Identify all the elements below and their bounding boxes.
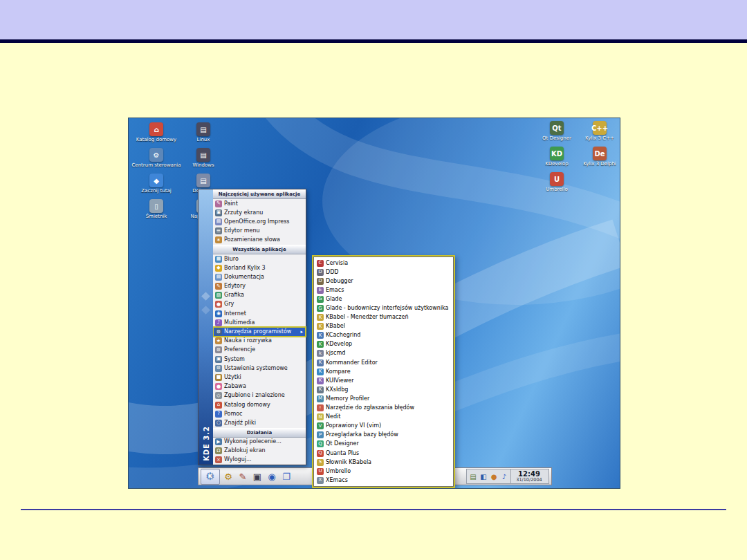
taskbar-launcher-icon[interactable]: ◉ xyxy=(265,469,279,483)
desktop-icon[interactable]: ⚙ Centrum sterowania xyxy=(133,148,180,174)
taskbar-launcher-icon[interactable]: ▣ xyxy=(250,469,264,483)
submenu-item-label: Glade xyxy=(326,297,342,302)
submenu-item[interactable]: K KBabel xyxy=(314,322,453,331)
kmenu-item[interactable]: ∗ Pozamieniane słowa xyxy=(213,236,306,245)
desktop-icons-right: Qt Qt Designer KD KDevelop U Umbrello C+… xyxy=(535,121,620,198)
submenu-item[interactable]: V Poprawiony VI (vim) xyxy=(314,422,453,431)
app-icon: U xyxy=(317,468,324,475)
submenu-item[interactable]: K KDevelop xyxy=(314,340,453,349)
kmenu-item[interactable]: ▦ Biuro xyxy=(213,254,306,263)
app-icon: K xyxy=(317,360,324,366)
submenu-item[interactable]: G Glade xyxy=(314,295,453,304)
submenu-item[interactable]: C Cervisia xyxy=(314,259,453,268)
kmenu-item[interactable]: ◆ Borland Kylix 3 xyxy=(213,263,306,272)
desktop-icon[interactable]: ◆ Zacznij tutaj xyxy=(133,174,180,199)
kmenu-item[interactable]: ▣ System xyxy=(213,355,306,364)
desktop-icon-glyph: ▤ xyxy=(196,122,210,136)
kmenu-item[interactable]: ▶ Wykonaj polecenie... xyxy=(213,438,306,447)
app-icon: ● xyxy=(215,383,222,390)
kmenu-item[interactable]: ⚙ Narzędzia programistów xyxy=(213,327,306,336)
kmenu-item-label: Preferencje xyxy=(224,347,255,353)
taskbar-launcher-icon[interactable]: ❐ xyxy=(279,469,293,483)
kmenu-item-label: Biuro xyxy=(224,256,239,262)
kmenu-item[interactable]: ⚙ Preferencje xyxy=(213,346,306,355)
submenu-item[interactable]: Q Quanta Plus xyxy=(314,449,453,458)
kmenu-item[interactable]: ⌂ Katalog domowy xyxy=(213,400,306,409)
kmenu-section-header: Działania xyxy=(213,428,306,438)
submenu-item[interactable]: K Kompare xyxy=(314,367,453,376)
submenu-item[interactable]: X XEmacs xyxy=(314,476,453,485)
desktop-icon-label: Centrum sterowania xyxy=(131,162,181,168)
submenu-item[interactable]: K Kommander Editor xyxy=(314,358,453,367)
taskbar-clock[interactable]: 12:49 31/10/2004 xyxy=(510,469,547,483)
kmenu-item[interactable]: ▣ Zrzuty ekranu xyxy=(213,208,306,217)
submenu-item[interactable]: K KCachegrind xyxy=(314,331,453,340)
kmenu-item[interactable]: ▤ OpenOffice.org Impress xyxy=(213,217,306,226)
kmenu-item[interactable]: ? Pomoc xyxy=(213,409,306,418)
kmenu-item[interactable]: ⚙ Ustawienia systemowe xyxy=(213,364,306,373)
desktop-icon[interactable]: U Umbrello xyxy=(535,172,578,198)
kmenu-item[interactable]: × Wyloguj... xyxy=(213,456,306,465)
kmenu-item[interactable]: ♪ Multimedia xyxy=(213,318,306,327)
kmenu-item[interactable]: ▨ Grafika xyxy=(213,291,306,300)
kmenu-item[interactable]: ✎ Edytory xyxy=(213,282,306,291)
app-icon: ! xyxy=(317,404,324,411)
kmenu-item[interactable]: ★ Nauka i rozrywka xyxy=(213,337,306,346)
submenu-item[interactable]: D DDD xyxy=(314,268,453,277)
desktop-icon[interactable]: De Kylix 3 Delphi xyxy=(578,147,620,172)
submenu-item[interactable]: k kjscmd xyxy=(314,349,453,358)
kmenu-item[interactable]: ○ Znajdź pliki xyxy=(213,418,306,427)
kmenu-item[interactable]: ✎ Paint xyxy=(213,199,306,208)
submenu-item-label: KCachegrind xyxy=(326,333,360,338)
taskbar-launcher-icon[interactable]: ✎ xyxy=(236,469,250,483)
desktop-icon[interactable]: Qt Qt Designer xyxy=(535,121,578,147)
app-icon: ● xyxy=(215,301,222,308)
desktop-icon[interactable]: ▤ Windows xyxy=(180,148,227,174)
k-menu-button[interactable]: ⚙ K xyxy=(201,469,220,485)
desktop-icon[interactable]: C++ Kylix 3 C++ xyxy=(578,121,620,147)
kmenu-item[interactable]: ▤ Dokumentacja xyxy=(213,272,306,281)
app-icon: K xyxy=(317,323,324,330)
kmenu-item-label: Grafika xyxy=(224,292,244,298)
kmenu-item-label: Wykonaj polecenie... xyxy=(224,439,282,445)
kmenu-item[interactable]: ● Zabawa xyxy=(213,382,306,391)
kmenu-item[interactable]: ◉ Internet xyxy=(213,309,306,318)
kmenu-item-label: Paint xyxy=(224,201,238,207)
kmenu-item[interactable]: ◇ Zgubione i znalezione xyxy=(213,391,306,400)
submenu-item[interactable]: Q Qt Designer xyxy=(314,440,453,449)
tray-icon[interactable]: ● xyxy=(489,472,499,481)
submenu-item[interactable]: E Emacs xyxy=(314,286,453,295)
submenu-item[interactable]: N Nedit xyxy=(314,413,453,422)
desktop-icon-label: Linux xyxy=(197,137,210,142)
tray-icon[interactable]: ◧ xyxy=(479,472,488,481)
kmenu-item[interactable]: ● Gry xyxy=(213,300,306,309)
tray-icon[interactable]: ▤ xyxy=(468,472,478,481)
submenu-item-label: Emacs xyxy=(326,288,344,293)
tray-icon[interactable]: ♪ xyxy=(499,472,509,481)
kmenu-item[interactable]: ☰ Edytor menu xyxy=(213,227,306,236)
submenu-item[interactable]: U Umbrello xyxy=(314,467,453,476)
submenu-item-label: kjscmd xyxy=(326,351,345,356)
desktop-icon[interactable]: ▤ Linux xyxy=(180,122,227,148)
submenu-item[interactable]: K KXsldbg xyxy=(314,385,453,394)
submenu-item[interactable]: K KBabel - Menedżer tłumaczeń xyxy=(314,313,453,322)
submenu-item[interactable]: S Słownik KBabela xyxy=(314,458,453,467)
desktop-icon[interactable]: ⌂ Katalog domowy xyxy=(133,122,180,148)
k-menu: KDE 3.2 Najczęściej używane aplikacje ✎ … xyxy=(198,189,306,465)
desktop-icon[interactable]: KD KDevelop xyxy=(535,147,578,172)
submenu-item[interactable]: K KUIViewer xyxy=(314,376,453,385)
kmenu-item[interactable]: ■ Użytki xyxy=(213,373,306,382)
submenu-item[interactable]: ! Narzędzie do zgłaszania błędów xyxy=(314,404,453,413)
desktop-icon-glyph: De xyxy=(593,147,607,160)
clock-date: 31/10/2004 xyxy=(516,478,542,483)
taskbar-launcher-icon[interactable]: ⚙ xyxy=(221,469,235,483)
desktop-icon[interactable]: ▯ Śmietnik xyxy=(133,199,180,225)
presentation-slide: ⌂ Katalog domowy ⚙ Centrum sterowania ◆ … xyxy=(0,0,747,560)
kmenu-item[interactable]: Ω Zablokuj ekran xyxy=(213,447,306,456)
system-tray: ▤ ◧ ● ♪ 12:49 31/10/2004 xyxy=(466,469,549,484)
desktop-icon-glyph: U xyxy=(550,172,564,186)
submenu-item[interactable]: G Glade - budowniczy interfejsów użytkow… xyxy=(314,304,453,312)
submenu-item[interactable]: D Debugger xyxy=(314,277,453,286)
submenu-item[interactable]: M Memory Profiler xyxy=(314,394,453,403)
submenu-item[interactable]: P Przeglądarka bazy błędów xyxy=(314,431,453,440)
